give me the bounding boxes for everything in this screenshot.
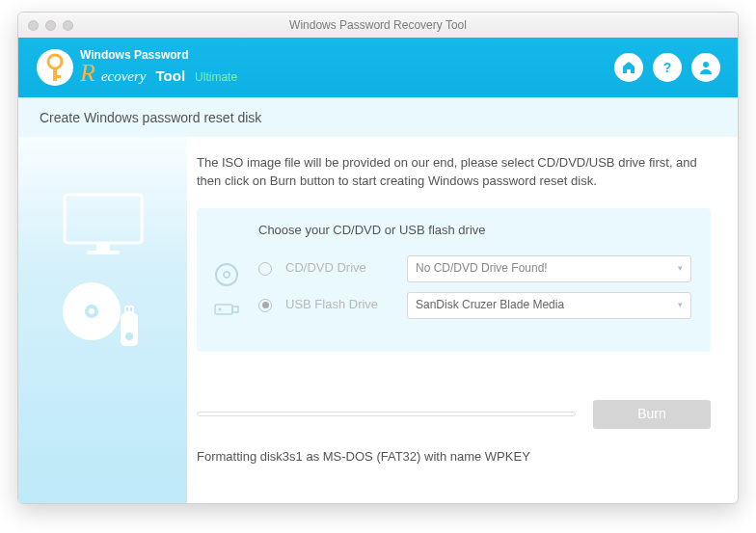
monitor-icon [60, 190, 147, 257]
account-button[interactable] [691, 53, 720, 82]
status-text: Formatting disk3s1 as MS-DOS (FAT32) wit… [197, 448, 711, 466]
disc-icon [214, 262, 239, 287]
help-icon: ? [660, 60, 675, 75]
help-button[interactable]: ? [653, 53, 682, 82]
svg-point-11 [89, 308, 94, 314]
svg-point-18 [224, 272, 230, 278]
svg-text:?: ? [663, 60, 672, 75]
cd-dvd-label: CD/DVD Drive [285, 259, 393, 278]
home-button[interactable] [614, 53, 643, 82]
logo-text-bottom: Recovery Tool Ultimate [80, 61, 237, 86]
minimize-window-button[interactable] [45, 20, 56, 31]
cd-dvd-select[interactable]: No CD/DVD Drive Found! ▾ [407, 255, 691, 282]
sidebar-illustration [18, 137, 187, 503]
logo-text-top: Windows Password [80, 49, 237, 61]
window-title: Windows Password Recovery Tool [18, 18, 738, 32]
page-subtitle: Create Windows password reset disk [18, 97, 738, 137]
home-icon [621, 60, 636, 75]
usb-row: USB Flash Drive SanDisk Cruzer Blade Med… [258, 292, 691, 319]
traffic-lights [28, 20, 73, 31]
disc-usb-icon [55, 277, 151, 354]
svg-point-16 [125, 333, 133, 340]
maximize-window-button[interactable] [63, 20, 73, 31]
svg-rect-14 [126, 307, 128, 311]
app-header: Windows Password Recovery Tool Ultimate … [18, 38, 738, 97]
usb-select[interactable]: SanDisk Cruzer Blade Media ▾ [407, 292, 691, 319]
svg-rect-15 [130, 307, 132, 311]
cd-dvd-value: No CD/DVD Drive Found! [416, 260, 548, 277]
svg-rect-20 [232, 306, 238, 312]
svg-point-17 [216, 264, 237, 285]
app-logo: Windows Password Recovery Tool Ultimate [36, 48, 237, 87]
chevron-down-icon: ▾ [678, 262, 683, 275]
cd-dvd-row: CD/DVD Drive No CD/DVD Drive Found! ▾ [258, 255, 691, 282]
usb-icon [214, 303, 239, 316]
svg-rect-7 [96, 243, 110, 251]
svg-rect-3 [53, 75, 61, 78]
main-panel: The ISO image file will be provided on o… [187, 137, 738, 503]
svg-rect-2 [53, 67, 57, 81]
svg-rect-13 [124, 306, 134, 315]
svg-point-21 [219, 307, 222, 310]
app-window: Windows Password Recovery Tool Windows P… [17, 12, 739, 504]
description-text: The ISO image file will be provided on o… [197, 154, 711, 191]
burn-button[interactable]: Burn [593, 400, 711, 429]
cd-dvd-radio[interactable] [258, 262, 272, 276]
user-icon [698, 60, 714, 75]
content-area: The ISO image file will be provided on o… [18, 137, 738, 503]
svg-rect-8 [87, 251, 120, 254]
svg-rect-6 [65, 195, 142, 243]
panel-title: Choose your CD/DVD or USB flash drive [258, 222, 691, 240]
svg-rect-12 [121, 313, 138, 346]
usb-value: SanDisk Cruzer Blade Media [416, 297, 564, 313]
chevron-down-icon: ▾ [678, 299, 683, 311]
key-icon [36, 48, 74, 87]
usb-label: USB Flash Drive [285, 296, 393, 314]
titlebar: Windows Password Recovery Tool [18, 13, 738, 38]
progress-bar [197, 412, 576, 416]
svg-point-5 [703, 62, 709, 67]
usb-radio[interactable] [258, 299, 272, 312]
svg-rect-19 [215, 305, 232, 314]
header-actions: ? [614, 53, 720, 82]
progress-row: Burn [197, 400, 711, 429]
close-window-button[interactable] [28, 20, 39, 31]
drive-selection-panel: Choose your CD/DVD or USB flash drive CD… [197, 208, 711, 352]
